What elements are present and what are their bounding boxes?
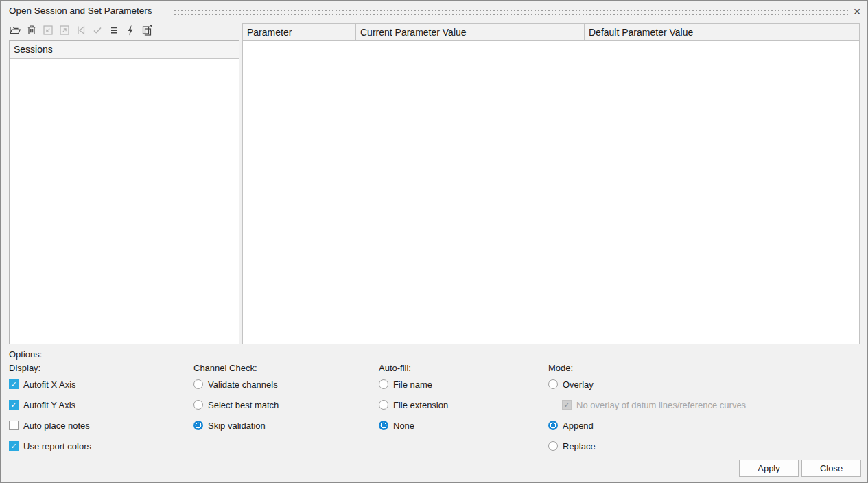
select-best-match-radio[interactable]: [193, 400, 203, 410]
sessions-list[interactable]: [10, 59, 239, 344]
replace-label: Replace: [563, 441, 596, 451]
go-first-button[interactable]: [75, 23, 87, 37]
checkmark-icon: ✓: [10, 381, 16, 388]
validate-channels-row[interactable]: Validate channels: [193, 379, 279, 390]
append-label: Append: [563, 421, 594, 431]
none-label: None: [393, 421, 414, 431]
lightning-icon: [124, 24, 137, 36]
arrow-up-right-box-icon: [58, 24, 71, 36]
no-overlay-datum-row: ✓ No overlay of datum lines/reference cu…: [562, 399, 746, 410]
overlay-row[interactable]: Overlay: [548, 379, 746, 390]
delete-session-button[interactable]: [25, 23, 38, 37]
autofit-y-axis-row[interactable]: ✓ Autofit Y Axis: [9, 399, 91, 410]
append-row[interactable]: Append: [548, 420, 746, 431]
menu-lines-icon: [108, 24, 120, 36]
autofit-y-axis-label: Autofit Y Axis: [23, 400, 75, 410]
column-header-default-value[interactable]: Default Parameter Value: [585, 24, 859, 40]
check-icon: [91, 24, 104, 36]
skip-validation-radio[interactable]: [193, 421, 203, 430]
channel-check-group-label: Channel Check:: [193, 363, 279, 374]
auto-place-notes-row[interactable]: ✓ Auto place notes: [9, 420, 91, 431]
folder-open-icon: [9, 24, 21, 36]
autofit-y-axis-checkbox[interactable]: ✓: [9, 400, 19, 410]
column-header-parameter[interactable]: Parameter: [243, 24, 356, 40]
open-session-button[interactable]: [9, 23, 21, 37]
skip-validation-label: Skip validation: [208, 421, 266, 431]
auto-place-notes-label: Auto place notes: [23, 421, 90, 431]
move-out-button[interactable]: [58, 23, 71, 37]
select-best-match-row[interactable]: Select best match: [193, 399, 279, 410]
display-group-label: Display:: [9, 363, 91, 374]
none-row[interactable]: None: [379, 420, 448, 431]
copy-arrow-icon: [141, 24, 153, 36]
move-in-button[interactable]: [42, 23, 54, 37]
auto-place-notes-checkbox[interactable]: ✓: [9, 421, 19, 430]
open-session-dialog: Open Session and Set Parameters ✕: [0, 0, 868, 483]
auto-fill-group: Auto-fill: File name File extension None: [379, 363, 448, 440]
mode-group: Mode: Overlay ✓ No overlay of datum line…: [548, 363, 746, 461]
apply-button[interactable]: Apply: [739, 460, 799, 477]
copy-parameters-button[interactable]: [141, 23, 153, 37]
quick-apply-button[interactable]: [124, 23, 137, 37]
auto-fill-group-label: Auto-fill:: [379, 363, 448, 374]
column-header-current-value[interactable]: Current Parameter Value: [356, 24, 585, 40]
menu-button[interactable]: [108, 23, 120, 37]
session-toolbar: [9, 23, 153, 38]
options-label: Options:: [9, 349, 42, 360]
autofit-x-axis-label: Autofit X Axis: [23, 379, 76, 390]
parameter-table-header: Parameter Current Parameter Value Defaul…: [243, 24, 859, 41]
overlay-label: Overlay: [563, 379, 594, 390]
use-report-colors-row[interactable]: ✓ Use report colors: [9, 440, 91, 451]
replace-radio[interactable]: [548, 441, 558, 451]
sessions-panel: Sessions: [9, 40, 239, 344]
channel-check-group: Channel Check: Validate channels Select …: [193, 363, 279, 440]
skip-validation-row[interactable]: Skip validation: [193, 420, 279, 431]
arrow-down-left-box-icon: [42, 24, 54, 36]
close-dialog-button[interactable]: ✕: [850, 5, 864, 19]
parameter-table-body[interactable]: [243, 41, 859, 344]
file-name-radio[interactable]: [379, 379, 388, 389]
file-extension-label: File extension: [393, 400, 448, 410]
file-name-label: File name: [393, 379, 432, 390]
sessions-panel-header: Sessions: [10, 41, 239, 59]
parameter-table: Parameter Current Parameter Value Defaul…: [242, 23, 860, 344]
use-report-colors-label: Use report colors: [23, 441, 91, 451]
file-extension-radio[interactable]: [379, 400, 388, 410]
checkmark-icon: ✓: [10, 443, 16, 450]
display-group: Display: ✓ Autofit X Axis ✓ Autofit Y Ax…: [9, 363, 91, 461]
append-radio[interactable]: [548, 421, 558, 430]
checkmark-icon: ✓: [563, 401, 570, 409]
no-overlay-datum-label: No overlay of datum lines/reference curv…: [576, 400, 746, 410]
drag-handle-dots[interactable]: [174, 9, 849, 16]
close-button[interactable]: Close: [801, 460, 861, 477]
autofit-x-axis-row[interactable]: ✓ Autofit X Axis: [9, 379, 91, 390]
select-best-match-label: Select best match: [208, 400, 279, 410]
none-radio[interactable]: [379, 421, 388, 430]
title-bar: Open Session and Set Parameters ✕: [1, 1, 867, 21]
use-report-colors-checkbox[interactable]: ✓: [9, 441, 19, 451]
prev-to-bar-icon: [75, 24, 87, 36]
validate-channels-label: Validate channels: [208, 379, 278, 390]
overlay-radio[interactable]: [548, 379, 558, 389]
checkmark-icon: ✓: [10, 401, 16, 409]
accept-button[interactable]: [91, 23, 104, 37]
mode-group-label: Mode:: [548, 363, 746, 374]
validate-channels-radio[interactable]: [193, 379, 203, 389]
close-icon: ✕: [853, 6, 861, 17]
no-overlay-datum-checkbox: ✓: [562, 400, 572, 410]
trash-icon: [25, 24, 38, 36]
dialog-title: Open Session and Set Parameters: [9, 1, 152, 21]
file-name-row[interactable]: File name: [379, 379, 448, 390]
dialog-action-buttons: Apply Close: [739, 460, 861, 477]
autofit-x-axis-checkbox[interactable]: ✓: [9, 379, 19, 389]
file-extension-row[interactable]: File extension: [379, 399, 448, 410]
replace-row[interactable]: Replace: [548, 440, 746, 451]
